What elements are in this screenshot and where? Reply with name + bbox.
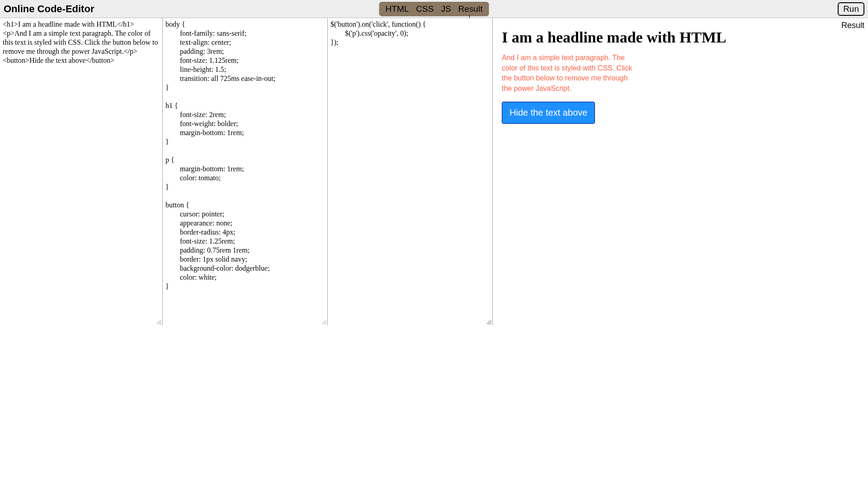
js-editor[interactable] — [328, 18, 492, 325]
tab-html[interactable]: HTML — [382, 3, 413, 15]
panel-css: CSS — [163, 18, 328, 325]
workarea: HTML CSS JS Result I am a headline made … — [0, 18, 868, 488]
tab-result[interactable]: Result — [455, 3, 486, 15]
tab-js[interactable]: JS — [437, 3, 454, 15]
panel-html: HTML — [0, 18, 163, 325]
result-body: I am a headline made with HTML And I am … — [493, 18, 868, 135]
html-editor[interactable] — [0, 18, 162, 325]
result-paragraph: And I am a simple text paragraph. The co… — [502, 53, 637, 94]
result-hide-button[interactable]: Hide the text above — [502, 102, 595, 124]
app-title: Online Code-Editor — [4, 3, 94, 15]
tab-css[interactable]: CSS — [412, 3, 437, 15]
panel-result: Result I am a headline made with HTML An… — [493, 18, 868, 488]
run-button[interactable]: Run — [838, 2, 864, 16]
panel-tabs: HTML CSS JS Result — [379, 2, 489, 16]
topbar: Online Code-Editor HTML CSS JS Result Ru… — [0, 0, 868, 18]
result-headline: I am a headline made with HTML — [502, 29, 859, 46]
css-editor[interactable] — [163, 18, 327, 325]
panel-js: JS — [328, 18, 493, 325]
